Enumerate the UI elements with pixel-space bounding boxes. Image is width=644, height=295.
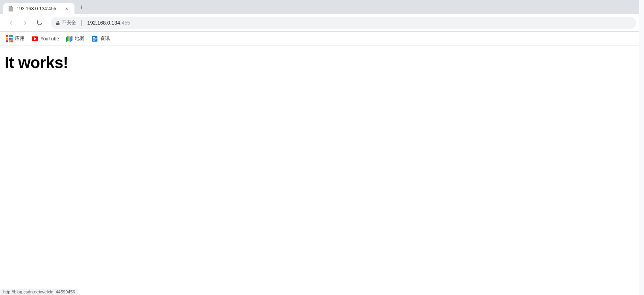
scrollbar[interactable] (639, 0, 644, 295)
address-port: :455 (120, 20, 130, 26)
forward-button[interactable] (19, 17, 32, 29)
bookmarks-bar: 应用 YouTube 地图 (0, 32, 644, 46)
address-divider: | (81, 19, 82, 27)
bookmark-youtube[interactable]: YouTube (29, 34, 62, 44)
security-label: 不安全 (62, 19, 76, 26)
main-content: It works! (0, 46, 644, 295)
youtube-icon (32, 36, 38, 42)
new-tab-button[interactable]: + (76, 2, 87, 13)
address-bar[interactable]: 不安全 | 192.168.0.134:455 (51, 17, 636, 29)
svg-marker-3 (69, 36, 70, 42)
page-heading: It works! (5, 54, 639, 72)
bookmark-youtube-label: YouTube (40, 36, 59, 42)
address-base: 192.168.0.134 (87, 20, 120, 26)
svg-marker-4 (70, 36, 72, 42)
security-indicator[interactable]: 不安全 (55, 19, 76, 26)
svg-rect-10 (93, 39, 96, 40)
bookmark-apps[interactable]: 应用 (3, 34, 28, 44)
bookmark-news[interactable]: 资讯 (88, 34, 113, 44)
navigation-bar: 不安全 | 192.168.0.134:455 (0, 14, 644, 32)
apps-icon (6, 36, 13, 42)
status-bar: http://blog.csdn.net/weixin_44599456 (0, 289, 78, 295)
svg-marker-2 (66, 36, 69, 42)
bookmark-maps[interactable]: 地图 (63, 34, 88, 44)
reload-button[interactable] (33, 17, 46, 29)
maps-icon (66, 36, 72, 42)
bookmark-news-label: 资讯 (100, 35, 110, 42)
tab-title: 192.168.0.134:455 (17, 6, 60, 11)
tab-bar: 192.168.0.134:455 ✕ + (0, 0, 644, 14)
active-tab[interactable]: 192.168.0.134:455 ✕ (3, 3, 74, 14)
svg-rect-8 (93, 37, 95, 38)
address-text[interactable]: 192.168.0.134:455 (87, 20, 631, 26)
status-url: http://blog.csdn.net/weixin_44599456 (3, 289, 75, 294)
svg-rect-0 (56, 23, 60, 25)
svg-rect-11 (93, 40, 95, 41)
bookmark-maps-label: 地图 (75, 35, 84, 42)
news-icon (91, 36, 98, 42)
tab-close-button[interactable]: ✕ (63, 6, 70, 12)
tab-favicon (8, 6, 13, 11)
back-button[interactable] (5, 17, 17, 29)
bookmark-apps-label: 应用 (15, 35, 25, 42)
svg-rect-9 (93, 38, 97, 39)
